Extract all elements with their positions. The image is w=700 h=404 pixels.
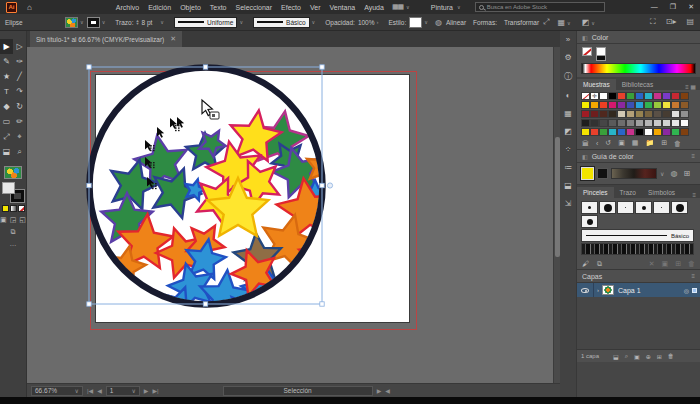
swatch[interactable] [644, 110, 653, 118]
swatch[interactable] [680, 92, 689, 100]
layers-foot-icon-4[interactable]: ⊞ [657, 353, 662, 360]
menu-seleccionar[interactable]: Seleccionar [236, 4, 273, 11]
swatch-action-7[interactable]: 🗑 [674, 140, 681, 147]
swatch[interactable] [635, 119, 644, 127]
menu-ver[interactable]: Ver [310, 4, 321, 11]
layers-foot-icon-0[interactable]: ⬓ [613, 353, 619, 360]
dock-icon-2[interactable]: ⓘ [564, 71, 572, 82]
brush-tile[interactable] [653, 201, 670, 214]
dock-icon-4[interactable]: ▦ [564, 109, 572, 118]
swatch-action-0[interactable]: 🏛 [582, 140, 589, 147]
menu-objeto[interactable]: Objeto [180, 4, 201, 11]
workspace-selector[interactable]: Pintura∨ [431, 4, 461, 11]
guide-variations-strip[interactable] [611, 168, 657, 179]
selection-tool[interactable]: ▶ [0, 39, 13, 54]
graphic-style-swatch[interactable] [409, 17, 422, 28]
brush-action-1[interactable]: ⧉ [597, 260, 602, 268]
line-tool[interactable]: ╱ [13, 69, 26, 84]
swatch[interactable] [680, 110, 689, 118]
minimize-button[interactable]: — [651, 3, 658, 11]
guide-base-color-swatch[interactable] [581, 167, 594, 180]
swatch[interactable] [581, 119, 590, 127]
brush-definition-select[interactable]: Básico [253, 17, 310, 28]
menu-archivo[interactable]: Archivo [116, 4, 139, 11]
brush-action-right-0[interactable]: ✕ [649, 260, 655, 268]
selection-handle[interactable] [320, 65, 324, 69]
document-tab[interactable]: Sin título-1* al 66.67% (CMYK/Previsuali… [30, 31, 182, 47]
color-spectrum-bar[interactable] [581, 63, 696, 74]
brush-action-right-1[interactable]: ▣ [662, 260, 669, 268]
color-button[interactable] [2, 205, 9, 212]
menu-ayuda[interactable]: Ayuda [364, 4, 384, 11]
dock-icon-6[interactable]: ⁘ [565, 145, 572, 154]
swatch[interactable] [581, 128, 590, 136]
swatch-action-4[interactable]: ▦ [632, 139, 639, 147]
stroke-color-swatch[interactable] [87, 17, 100, 28]
layers-foot-icon-1[interactable]: ⌕ [625, 353, 628, 360]
swatch[interactable] [599, 101, 608, 109]
shaper-tool[interactable]: ◆ [0, 99, 13, 114]
menu-efecto[interactable]: Efecto [281, 4, 301, 11]
recolor-icon[interactable]: ◩∨ [582, 18, 598, 27]
swatch[interactable] [626, 92, 635, 100]
dock-icon-9[interactable]: ⇲ [565, 199, 572, 208]
dock-icon-0[interactable]: » [566, 35, 570, 44]
swatch[interactable] [653, 110, 662, 118]
eyedropper-tool[interactable]: ⌖ [13, 129, 26, 144]
dock-icon-1[interactable]: ⚙ [564, 53, 571, 62]
swatch-action-1[interactable]: ‹ [596, 140, 598, 147]
swatch[interactable] [581, 92, 590, 100]
swatch[interactable] [662, 128, 671, 136]
selection-handle[interactable] [203, 302, 207, 306]
document-setup-globe-icon[interactable]: ◍ [435, 18, 442, 27]
brush-tile[interactable] [635, 201, 652, 214]
swatch[interactable] [680, 128, 689, 136]
layer-expand-arrow-icon[interactable]: › [597, 287, 599, 293]
swatch[interactable] [608, 119, 617, 127]
swatch[interactable] [617, 119, 626, 127]
brush-tile[interactable] [671, 201, 688, 214]
swatch[interactable] [680, 101, 689, 109]
swatch[interactable] [653, 119, 662, 127]
tab-muestras[interactable]: Muestras [577, 79, 616, 90]
guide-black-swatch[interactable] [597, 168, 608, 179]
home-icon[interactable]: ⌂ [27, 3, 32, 12]
swatch[interactable] [599, 110, 608, 118]
selection-handle[interactable] [320, 302, 324, 306]
swatch[interactable] [626, 128, 635, 136]
layer-visibility-eye-icon[interactable] [581, 288, 589, 293]
canvas-area[interactable] [27, 47, 553, 383]
swatch-action-3[interactable]: ▣ [618, 139, 625, 147]
artboard-number-select[interactable]: 1∨ [106, 386, 140, 396]
color-panel-header[interactable]: ◧ Color [577, 31, 700, 44]
swatch[interactable] [644, 92, 653, 100]
artboard-tool[interactable]: ⬓ [0, 144, 13, 159]
layout-switcher-icon[interactable]: ▦▦ ∨ [392, 3, 409, 11]
swatch[interactable] [662, 110, 671, 118]
brush-charcoal[interactable] [581, 243, 694, 255]
swatch[interactable] [599, 128, 608, 136]
star-shape-tool[interactable]: ★ [0, 69, 13, 84]
swatch[interactable] [617, 101, 626, 109]
swatch[interactable] [617, 128, 626, 136]
menu-edición[interactable]: Edición [148, 4, 171, 11]
dock-icon-7[interactable]: ≔ [564, 163, 572, 172]
layer-selection-indicator[interactable] [692, 288, 697, 293]
color-fill-stroke[interactable] [582, 47, 606, 61]
tab-bibliotecas[interactable]: Bibliotecas [616, 79, 659, 90]
guide-edit-colors-icon[interactable]: ⊞ [683, 169, 690, 178]
swatch[interactable] [590, 128, 599, 136]
swatch[interactable]: ✛ [590, 92, 599, 100]
tab-pinceles[interactable]: Pinceles [577, 187, 614, 198]
shape-button[interactable]: Formas: [473, 19, 497, 26]
stroke-weight-value[interactable]: 8 pt [142, 19, 153, 26]
swatch[interactable] [635, 101, 644, 109]
swatch[interactable] [581, 110, 590, 118]
panel-options-icon[interactable]: ▤ [686, 17, 694, 27]
swatch[interactable] [653, 92, 662, 100]
swatch[interactable] [671, 92, 680, 100]
brush-action-right-3[interactable]: 🗑 [688, 260, 695, 268]
search-help-icon[interactable]: ⊡▸ [666, 17, 677, 27]
swatch[interactable] [662, 101, 671, 109]
opacity-value[interactable]: 100% [358, 19, 375, 26]
